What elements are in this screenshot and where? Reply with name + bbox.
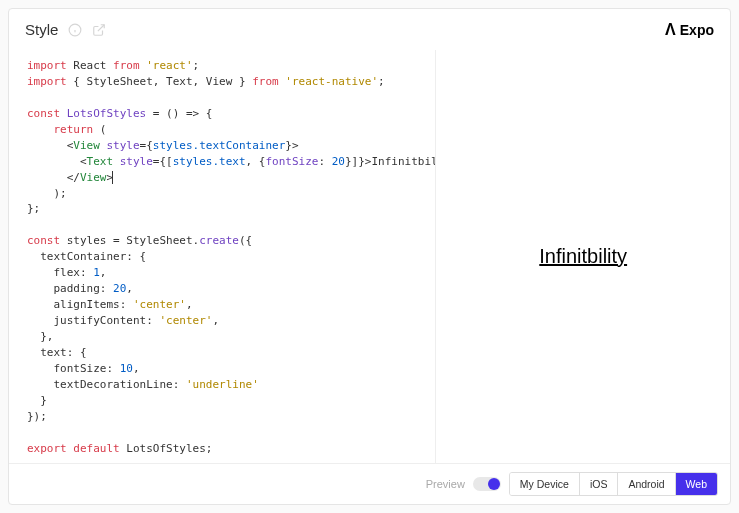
header-left: Style [25,21,106,38]
tok: 'react' [140,59,193,72]
tok: justifyContent: [27,314,159,327]
tok: </ [27,171,80,184]
footer-bar: Preview My Device iOS Android Web [9,463,730,504]
tok: , [100,266,107,279]
device-btn-mydevice[interactable]: My Device [510,473,580,495]
tok: flex: [27,266,93,279]
tok: } [27,394,47,407]
tok: default [67,442,120,455]
tok: 10 [120,362,133,375]
tok: , [186,298,193,311]
tok: React [67,59,113,72]
tok: = () => { [153,107,213,120]
tok: ={ [140,139,153,152]
text-cursor [112,171,113,184]
tok: , [212,314,219,327]
tok: Text [87,155,114,168]
tok: const [27,107,60,120]
tok: style [100,139,140,152]
tok: 'center' [133,298,186,311]
code-editor[interactable]: import React from 'react'; import { Styl… [9,50,435,463]
tok: LotsOfStyles; [120,442,213,455]
tok: LotsOfStyles [60,107,153,120]
expo-chevron-icon: Λ [665,22,676,38]
expo-logo-text: Expo [680,22,714,38]
tok: const [27,234,60,247]
tok: }]}> [345,155,372,168]
toggle-knob [488,478,500,490]
tok: from [252,75,279,88]
preview-output-text: Infinitbility [539,245,627,268]
tok: styles.text [173,155,246,168]
tok: styles = StyleSheet. [60,234,199,247]
tok: 'underline' [186,378,259,391]
tok: textContainer: { [27,250,146,263]
tok: , { [246,155,266,168]
tok: import [27,59,67,72]
tok: 'center' [159,314,212,327]
tok: Infinitbility [371,155,435,168]
device-btn-web[interactable]: Web [676,473,717,495]
tok: 1 [93,266,100,279]
tok: ( [93,123,106,136]
tok: create [199,234,239,247]
tok: }> [285,139,298,152]
tok: , [133,362,140,375]
tok: 20 [332,155,345,168]
external-link-icon[interactable] [92,23,106,37]
device-selector: My Device iOS Android Web [509,472,718,496]
tok: text: { [27,346,87,359]
tok: import [27,75,67,88]
tok: 20 [113,282,126,295]
tok: ; [193,59,200,72]
preview-panel: Infinitbility [435,50,730,463]
tok: ; [378,75,385,88]
main-area: import React from 'react'; import { Styl… [9,50,730,463]
tok: style [113,155,153,168]
tok: , [126,282,133,295]
tok: View [80,171,107,184]
tok: fontSize: [27,362,120,375]
tok: styles.textContainer [153,139,285,152]
preview-label: Preview [426,478,465,490]
tok: 'react-native' [279,75,378,88]
tok: : [318,155,331,168]
tok: < [27,155,87,168]
tok: }); [27,410,47,423]
tok: < [27,139,73,152]
tok: ={[ [153,155,173,168]
tok: from [113,59,140,72]
header-bar: Style Λ Expo [9,9,730,50]
tok: }, [27,330,54,343]
info-icon[interactable] [68,23,82,37]
snack-window: Style Λ Expo import React from 'react'; … [8,8,731,505]
tok: return [27,123,93,136]
tok: export [27,442,67,455]
svg-line-3 [98,24,104,30]
tok: alignItems: [27,298,133,311]
tok: ({ [239,234,252,247]
tok: { StyleSheet, Text, View } [67,75,252,88]
device-btn-android[interactable]: Android [618,473,675,495]
file-title: Style [25,21,58,38]
tok: textDecorationLine: [27,378,186,391]
tok: fontSize [265,155,318,168]
tok: padding: [27,282,113,295]
tok: ); [27,187,67,200]
preview-toggle[interactable] [473,477,501,491]
device-btn-ios[interactable]: iOS [580,473,619,495]
tok: }; [27,202,40,215]
tok: View [73,139,100,152]
expo-logo[interactable]: Λ Expo [665,22,714,38]
